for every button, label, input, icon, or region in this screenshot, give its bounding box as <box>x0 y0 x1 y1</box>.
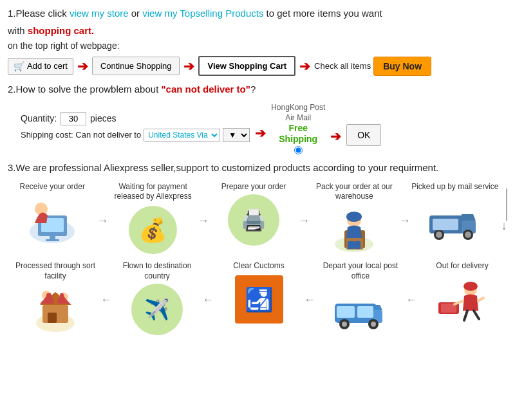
process-label-3: Prepare your order <box>221 182 286 192</box>
section2-title-post: ? <box>250 84 256 95</box>
down-arrow-right: ↓ <box>501 188 507 233</box>
hk-post-text: HongKong Post Air Mail <box>271 103 325 123</box>
svg-rect-3 <box>50 236 55 239</box>
svg-point-37 <box>371 322 376 327</box>
free-shipping-text: FreeShipping <box>279 123 317 145</box>
process-item-5: Picked up by mail service <box>411 182 500 246</box>
shipping-arrow: ➔ <box>255 125 266 141</box>
svg-line-27 <box>464 311 467 320</box>
svg-point-10 <box>346 212 362 222</box>
svg-rect-41 <box>48 313 57 323</box>
svg-marker-33 <box>373 305 382 310</box>
shipping-left: Quantity: pieces Shipping cost: Can not … <box>21 112 250 142</box>
airplane-icon: ✈️ <box>131 284 183 335</box>
svg-point-19 <box>465 232 471 238</box>
process-icon-4 <box>325 205 383 256</box>
process-item-2: Waiting for payment released by Aliexpre… <box>108 182 197 256</box>
arrow1: ➔ <box>77 59 88 74</box>
svg-point-17 <box>436 232 442 238</box>
money-bag-icon: 💰 <box>129 206 177 254</box>
arrow-4-5: → <box>399 214 411 228</box>
process-label-7: Depart your local post office <box>315 261 406 281</box>
radio-dot <box>294 146 303 154</box>
section2-title-pre: 2.How to solve the prowblem about <box>8 84 161 95</box>
pieces-label: pieces <box>90 113 116 123</box>
arrow-r-8-9: ← <box>202 293 214 307</box>
arrow-1-2: → <box>97 214 108 228</box>
arrow-r-6-7: ← <box>406 293 417 307</box>
svg-point-35 <box>342 322 347 327</box>
shipping-via-select[interactable]: United States Via <box>144 129 220 142</box>
section1-with: with <box>8 25 28 36</box>
hk-post-line1: HongKong Post <box>271 103 325 112</box>
worker-icon <box>328 206 380 254</box>
section2: 2.How to solve the prowblem about "can n… <box>8 84 507 154</box>
section1-sub: on the top right of webpage: <box>8 41 507 51</box>
arrow2: ➔ <box>183 59 194 74</box>
arrow-3-4: → <box>298 214 310 228</box>
process-label-9: Flown to destination country <box>112 261 202 281</box>
hk-post-block: HongKong Post Air Mail FreeShipping <box>271 103 325 154</box>
arrow-2-3: → <box>198 214 209 228</box>
buy-now-button[interactable]: Buy Now <box>373 57 431 76</box>
process-icon-8: 🛃 <box>230 274 288 325</box>
section1-line1: 1.Please click view my store or view my … <box>8 6 507 21</box>
process-item-6: Out for delivery <box>417 261 507 325</box>
view-cart-label: View Shopping Cart <box>207 61 286 71</box>
svg-rect-4 <box>46 239 59 241</box>
section1-post: to get more items you want <box>263 8 382 19</box>
process-item-4: Pack your order at our warehouse <box>310 182 398 256</box>
buy-now-label: Buy Now <box>383 61 422 71</box>
process-icon-10 <box>26 284 84 335</box>
customs-icon: 🛃 <box>235 275 283 324</box>
process-icon-1 <box>23 194 81 246</box>
process-label-4: Pack your order at our warehouse <box>310 182 398 202</box>
svg-line-28 <box>474 311 479 319</box>
ok-arrow: ➔ <box>330 129 341 144</box>
svg-marker-15 <box>462 214 476 221</box>
svg-rect-11 <box>348 241 354 249</box>
check-items-text: Check all items <box>314 61 371 71</box>
section1-mid: or <box>129 8 143 19</box>
quantity-row: Quantity: pieces <box>21 112 250 125</box>
quantity-input[interactable] <box>61 112 86 125</box>
hk-post-line2: Air Mail <box>285 113 311 122</box>
process-label-1: Receive your order <box>20 182 85 192</box>
continue-shopping-button[interactable]: Continue Shopping <box>92 57 180 75</box>
section3-title: 3.We are professional Aliexpress seller,… <box>8 161 507 174</box>
truck-icon <box>426 196 484 244</box>
delivery-person-icon <box>435 275 490 324</box>
section3: 3.We are professional Aliexpress seller,… <box>8 161 507 335</box>
view-shopping-cart-button[interactable]: View Shopping Cart <box>198 56 295 76</box>
person-computer-icon <box>25 196 80 244</box>
svg-line-26 <box>478 298 483 301</box>
view-topselling-link[interactable]: view my Topselling Products <box>142 8 263 19</box>
arrow3: ➔ <box>299 59 310 74</box>
shipping-dropdown[interactable]: ▼ <box>223 128 250 142</box>
process-icon-5 <box>426 194 484 246</box>
svg-rect-30 <box>337 306 355 318</box>
add-to-cert-button[interactable]: 🛒 Add to cert <box>8 58 73 75</box>
process-item-3: Prepare your order 🖨️ <box>209 182 298 246</box>
process-icon-6 <box>433 274 491 325</box>
quantity-label: Quantity: <box>21 113 57 123</box>
free-shipping-radio[interactable] <box>294 146 303 154</box>
process-item-7: Depart your local post office <box>315 261 406 335</box>
view-store-link[interactable]: view my store <box>70 8 129 19</box>
process-label-6: Out for delivery <box>436 261 488 271</box>
svg-rect-31 <box>357 306 373 318</box>
svg-point-24 <box>464 282 478 291</box>
process-label-2: Waiting for payment released by Aliexpre… <box>108 182 197 202</box>
svg-line-25 <box>454 301 463 304</box>
continue-label: Continue Shopping <box>100 61 172 71</box>
process-icon-3: 🖨️ <box>225 194 283 246</box>
section2-title-red: "can not deliver to" <box>161 84 250 95</box>
process-icon-7 <box>332 284 389 335</box>
ok-label: OK <box>357 130 370 140</box>
svg-rect-12 <box>354 241 360 249</box>
process-row1: Receive your order → Waiting for payment… <box>8 182 507 256</box>
process-label-8: Clear Cuctoms <box>233 261 284 271</box>
van-icon <box>332 286 389 334</box>
process-row2: Out for delivery ← Depart your local pos… <box>8 261 507 335</box>
ok-button[interactable]: OK <box>346 124 381 146</box>
